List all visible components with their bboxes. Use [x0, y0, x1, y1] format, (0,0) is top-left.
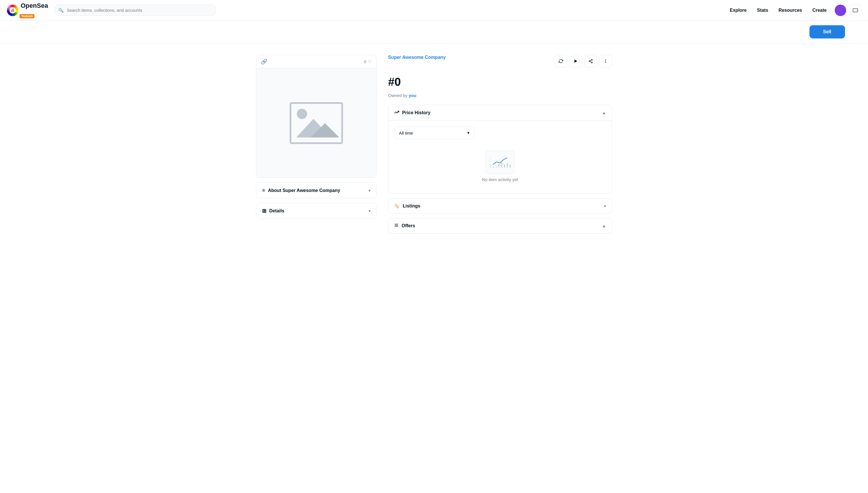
svg-point-24	[490, 158, 490, 159]
sell-button[interactable]: Sell	[809, 25, 845, 39]
offers-header[interactable]: Offers ▲	[388, 218, 612, 233]
svg-rect-29	[509, 165, 511, 167]
about-header-left: ≡ About Super Awesome Company	[262, 187, 340, 193]
collection-name-link[interactable]: Super Awesome Company	[388, 55, 446, 60]
svg-point-14	[490, 167, 491, 168]
share-button[interactable]	[585, 55, 597, 67]
svg-point-8	[591, 62, 592, 63]
listings-icon: 🏷️	[394, 203, 400, 209]
about-section-header[interactable]: ≡ About Super Awesome Company ▾	[256, 183, 376, 198]
price-history-header-left: Price History	[394, 110, 430, 116]
owner-link[interactable]: you	[409, 93, 417, 98]
main-content: 🔗 0 ♡ ≡ About Sup	[233, 43, 635, 250]
svg-point-18	[502, 167, 503, 168]
no-activity-text: No item activity yet	[482, 177, 518, 182]
svg-line-9	[590, 61, 592, 62]
about-label: About Super Awesome Company	[268, 188, 340, 193]
svg-rect-27	[504, 165, 505, 167]
link-icon[interactable]: 🔗	[261, 59, 267, 65]
favorite-button[interactable]: 0 ♡	[364, 59, 372, 64]
testnets-badge: Testnets	[20, 14, 35, 18]
left-column: 🔗 0 ♡ ≡ About Sup	[256, 55, 377, 238]
logo-ship-icon: ⛵	[10, 8, 15, 12]
nav-stats[interactable]: Stats	[752, 5, 773, 15]
nft-card-header: 🔗 0 ♡	[256, 55, 376, 69]
time-filter-chevron-icon: ▾	[467, 130, 470, 135]
nav-create[interactable]: Create	[808, 5, 831, 15]
svg-point-12	[605, 61, 606, 62]
heart-icon: ♡	[368, 59, 372, 64]
svg-point-11	[605, 59, 606, 60]
time-filter-value: All time	[399, 131, 413, 135]
svg-point-17	[499, 167, 500, 168]
svg-point-6	[591, 59, 592, 60]
details-label: Details	[269, 208, 284, 214]
svg-point-16	[496, 167, 497, 168]
transfer-button[interactable]	[570, 55, 582, 67]
listings-header[interactable]: 🏷️ Listings ▾	[388, 198, 612, 213]
wallet-button[interactable]	[850, 5, 861, 16]
logo-icon: ⛵	[7, 5, 18, 16]
fav-count: 0	[364, 59, 366, 64]
chart-placeholder	[486, 151, 514, 174]
offers-chevron-icon: ▲	[602, 223, 606, 228]
search-input[interactable]	[55, 5, 216, 16]
price-history-panel: Price History ▲ All time ▾	[388, 105, 612, 194]
nft-title: #0	[388, 76, 612, 88]
listings-chevron-icon: ▾	[604, 204, 606, 208]
about-chevron-icon: ▾	[368, 188, 371, 193]
search-bar: 🔍	[55, 5, 216, 16]
price-history-header[interactable]: Price History ▲	[388, 105, 612, 121]
svg-point-13	[605, 62, 606, 63]
refresh-button[interactable]	[554, 55, 567, 67]
svg-line-10	[590, 60, 592, 61]
details-section-header[interactable]: ⊞ Details ▾	[256, 203, 376, 219]
svg-marker-5	[574, 59, 577, 63]
about-icon: ≡	[262, 187, 265, 193]
about-section: ≡ About Super Awesome Company ▾	[256, 183, 377, 198]
search-icon: 🔍	[58, 8, 64, 13]
nav-links: Explore Stats Resources Create	[725, 5, 861, 16]
price-history-chevron-icon: ▲	[602, 110, 606, 115]
avatar[interactable]	[835, 5, 846, 16]
svg-rect-26	[501, 163, 502, 167]
nft-image	[256, 69, 376, 178]
svg-point-20	[507, 167, 508, 168]
price-history-label: Price History	[402, 110, 430, 115]
nft-card: 🔗 0 ♡	[256, 55, 377, 178]
no-activity-wrap: No item activity yet	[394, 145, 606, 188]
nav-resources[interactable]: Resources	[774, 5, 807, 15]
listings-header-left: 🏷️ Listings	[394, 203, 420, 209]
svg-rect-0	[853, 8, 858, 12]
action-buttons	[554, 55, 612, 67]
offers-header-left: Offers	[394, 223, 415, 229]
svg-point-7	[589, 61, 590, 62]
brand-name: OpenSea	[21, 2, 48, 9]
details-icon: ⊞	[262, 208, 267, 214]
mini-chart-svg	[488, 154, 512, 171]
owned-by: Owned by you	[388, 93, 612, 98]
svg-point-21	[510, 167, 511, 168]
svg-point-19	[504, 167, 505, 168]
placeholder-image-svg	[288, 100, 345, 146]
more-button[interactable]	[599, 55, 612, 67]
offers-label: Offers	[402, 223, 415, 229]
svg-rect-28	[507, 163, 508, 167]
sell-bar: Sell	[0, 21, 868, 43]
time-filter-select[interactable]: All time ▾	[394, 127, 474, 139]
price-history-icon	[394, 110, 399, 116]
svg-rect-25	[498, 164, 500, 167]
price-history-body: All time ▾	[388, 121, 612, 193]
right-column: Super Awesome Company	[388, 55, 612, 238]
nav-explore[interactable]: Explore	[725, 5, 751, 15]
offers-icon	[394, 223, 399, 229]
svg-point-22	[490, 164, 490, 165]
listings-panel: 🏷️ Listings ▾	[388, 198, 612, 214]
listings-label: Listings	[403, 203, 420, 209]
logo-inner: ⛵	[9, 7, 16, 14]
navbar: ⛵ OpenSea Testnets 🔍 Explore Stats Resou…	[0, 0, 868, 21]
svg-point-23	[490, 161, 490, 162]
details-header-left: ⊞ Details	[262, 208, 284, 214]
logo[interactable]: ⛵ OpenSea Testnets	[7, 2, 48, 18]
svg-point-15	[493, 167, 494, 168]
